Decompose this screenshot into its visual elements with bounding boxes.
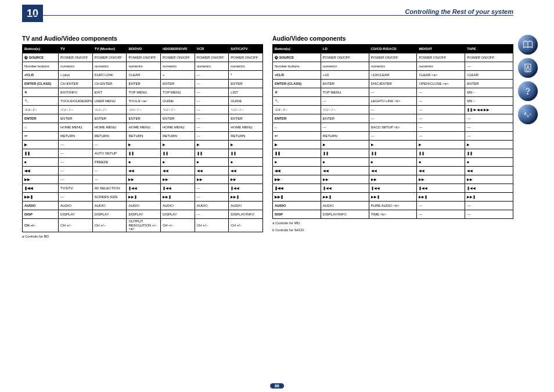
table-cell: ❚◀◀ bbox=[161, 184, 195, 193]
table-cell: POWER ON/OFF bbox=[369, 53, 417, 62]
table-cell: AUTO SETUP bbox=[92, 149, 127, 158]
table-row: ▶▶▶▶▶ bbox=[273, 141, 513, 149]
table-row: ▶——▶▶▶▶ bbox=[23, 141, 263, 149]
table-cell: ❚❚ bbox=[417, 149, 465, 158]
table-row: Number buttonsnumericsnumericsnumericsnu… bbox=[23, 62, 263, 71]
left-column: TV and Audio/Video components Button(s)T… bbox=[22, 35, 263, 239]
table-cell: ◀◀ bbox=[465, 167, 513, 175]
table-cell: DISPLAY/INFO bbox=[321, 210, 369, 219]
table-cell: >10/CLEAR bbox=[369, 71, 417, 80]
table-row: ↩RETURN——— bbox=[273, 132, 513, 141]
table-cell: POWER ON/OFF bbox=[92, 53, 127, 62]
table-cell: — bbox=[465, 123, 513, 132]
table-cell: ❚❚ bbox=[369, 149, 417, 158]
table-cell: ❚◀◀ bbox=[465, 184, 513, 193]
table-cell: ▶▶❚ bbox=[321, 193, 369, 202]
table-cell: 🔧 bbox=[273, 97, 321, 106]
table-cell: ↑/↓/←/→ bbox=[229, 106, 263, 114]
table-cell: ▶ bbox=[161, 141, 195, 149]
table-row: DISPDISPLAYDISPLAYDISPLAYDISPLAY—DISPLAY… bbox=[23, 210, 263, 219]
table-cell: RETURN bbox=[92, 132, 127, 141]
table-cell: POWER ON/OFF bbox=[465, 53, 513, 62]
table-cell: POWER ON/OFF bbox=[59, 53, 93, 62]
svg-point-3 bbox=[527, 93, 528, 94]
table-cell: PURE AUDIO <b> bbox=[369, 202, 417, 210]
table-cell: ▶▶ bbox=[417, 175, 465, 184]
table-cell: ■ bbox=[23, 158, 59, 167]
table-cell: ↑/↓/←/→ bbox=[127, 106, 161, 114]
table-cell: HOME MENU bbox=[92, 123, 127, 132]
column-header: TV (Monitor) bbox=[92, 45, 127, 53]
table-cell: ↩ bbox=[273, 132, 321, 141]
table-cell: ▶▶❚ bbox=[229, 193, 263, 202]
table-row: •/CLR• (dot)KURO LINKCLEAR+—* bbox=[23, 71, 263, 80]
table-cell: AUDIO bbox=[229, 202, 263, 210]
table-cell: DISP bbox=[273, 210, 321, 219]
table-cell: AV SELECTION bbox=[92, 184, 127, 193]
table-cell: ENTER bbox=[127, 114, 161, 123]
table-cell: HOME MENU bbox=[59, 123, 93, 132]
table-row: ↑/↓/←/→↑/↓/←/→——❚❚/■·◀◀·▶▶ bbox=[273, 106, 513, 114]
table-cell: EXIT bbox=[92, 88, 127, 97]
table-cell: ▶ bbox=[195, 141, 229, 149]
table-cell: — bbox=[465, 114, 513, 123]
table-cell: ❚◀◀ bbox=[273, 184, 321, 193]
table-cell: — bbox=[195, 88, 229, 97]
table-cell: GUIDE bbox=[161, 97, 195, 106]
table-cell: — bbox=[92, 141, 127, 149]
main-content: TV and Audio/Video components Button(s)T… bbox=[22, 35, 513, 239]
table-row: ENTERENTERENTERENTERENTER—ENTER bbox=[23, 114, 263, 123]
column-header: LD bbox=[321, 45, 369, 53]
table-cell: ◀◀ bbox=[229, 167, 263, 175]
bottom-page-number: 86 bbox=[270, 383, 284, 389]
table-cell: Number buttons bbox=[273, 62, 321, 71]
column-header: SAT/CATV bbox=[229, 45, 263, 53]
table-cell: • (dot) bbox=[59, 71, 93, 80]
table-cell: OUTPUT RESOLUTION +/– <a> bbox=[127, 219, 161, 232]
table-cell: — bbox=[195, 210, 229, 219]
table-cell: — bbox=[195, 114, 229, 123]
table-cell: TOOLS <a> bbox=[127, 97, 161, 106]
table-row: ENTER (CLASS)ENTERDISC/ENTEROPEN/CLOSE <… bbox=[273, 80, 513, 88]
table-cell: ❚◀◀ bbox=[229, 184, 263, 193]
question-icon[interactable] bbox=[518, 81, 538, 101]
chapter-number: 10 bbox=[27, 8, 38, 20]
table-cell: ↑/↓/←/→ bbox=[273, 106, 321, 114]
right-footnote-b: b Controls for SACD. bbox=[272, 228, 513, 233]
table-cell: numerics bbox=[92, 62, 127, 71]
table-row: ▶▶❚—SCREEN SIZE▶▶❚▶▶❚—▶▶❚ bbox=[23, 193, 263, 202]
table-cell: ❚❚ bbox=[127, 149, 161, 158]
table-row: ■—FREEZE■■■■ bbox=[23, 158, 263, 167]
table-cell: ▶ bbox=[369, 141, 417, 149]
table-cell: ❚❚ bbox=[23, 149, 59, 158]
speaker-icon[interactable] bbox=[518, 58, 538, 78]
table-cell: ◀◀ bbox=[417, 167, 465, 175]
book-icon[interactable] bbox=[518, 35, 538, 55]
table-cell: numerics bbox=[195, 62, 229, 71]
column-header: VCR bbox=[195, 45, 229, 53]
table-cell: * bbox=[229, 71, 263, 80]
table-cell: AUDIO bbox=[195, 202, 229, 210]
table-cell: — bbox=[465, 202, 513, 210]
table-cell: ⏻ SOURCE bbox=[273, 53, 321, 62]
abc-icon[interactable]: ABC bbox=[518, 105, 538, 124]
table-cell: ◀◀ bbox=[273, 167, 321, 175]
table-row: ▶▶❚▶▶❚▶▶❚▶▶❚▶▶❚ bbox=[273, 193, 513, 202]
table-row: 🔧TOOLS/GUIDE/EPGUSER MENUTOOLS <a>GUIDE—… bbox=[23, 97, 263, 106]
table-cell: ■ bbox=[161, 158, 195, 167]
table-cell: POWER ON/OFF bbox=[127, 53, 161, 62]
table-cell: AUDIO bbox=[127, 202, 161, 210]
column-header: HDD/BDR/DVR bbox=[161, 45, 195, 53]
table-cell: — bbox=[465, 62, 513, 71]
table-cell: MS← bbox=[465, 88, 513, 97]
table-cell: LEGATO LINK <b> bbox=[369, 97, 417, 106]
table-cell: ❚❚ bbox=[229, 149, 263, 158]
table-cell: ENTER bbox=[229, 80, 263, 88]
table-cell: ↑/↓/←/→ bbox=[321, 106, 369, 114]
right-footnote-a: a Controls for MD. bbox=[272, 221, 513, 226]
table-cell: HOME MENU bbox=[229, 123, 263, 132]
table-cell: Number buttons bbox=[23, 62, 59, 71]
table-cell: ⏻ SOURCE bbox=[23, 53, 59, 62]
table-cell: DISPLAY/INFO bbox=[229, 210, 263, 219]
table-cell: SCREEN SIZE bbox=[92, 193, 127, 202]
